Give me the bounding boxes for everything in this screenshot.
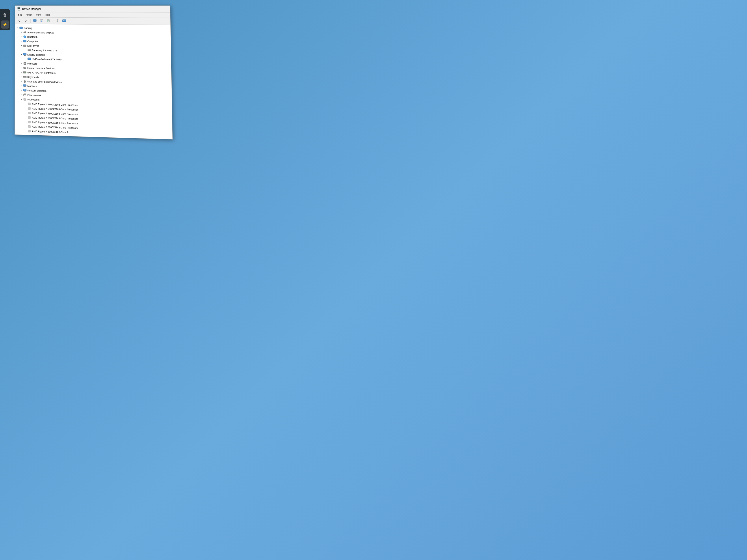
svg-text:PC: PC	[63, 20, 65, 21]
svg-rect-11	[63, 22, 65, 22]
label-processors: Processors	[27, 98, 40, 101]
svg-rect-57	[24, 86, 25, 87]
svg-rect-2	[34, 22, 36, 22]
svg-rect-29	[24, 55, 26, 56]
svg-rect-52	[25, 77, 25, 77]
label-cpu6: AMD Ryzen 7 5800X3D 8-Core Processor	[32, 125, 78, 129]
svg-rect-34	[24, 63, 25, 63]
icon-cpu6	[27, 125, 31, 129]
expand-keyboards[interactable]	[20, 75, 23, 79]
expand-disk-drives[interactable]	[20, 44, 23, 47]
menu-help[interactable]: Help	[43, 12, 52, 17]
icon-print	[23, 93, 27, 97]
label-samsung-ssd: Samsung SSD 980 1TB	[32, 49, 58, 52]
svg-rect-53	[25, 77, 26, 77]
expand-monitors[interactable]	[20, 84, 23, 87]
svg-point-8	[57, 20, 58, 21]
icon-cpu4	[27, 115, 31, 119]
icon-computer	[23, 39, 27, 43]
svg-rect-72	[29, 108, 30, 109]
svg-rect-35	[24, 63, 25, 64]
icon-nvidia	[27, 57, 31, 61]
update-button[interactable]	[45, 18, 51, 23]
svg-rect-41	[24, 72, 24, 73]
svg-rect-46	[24, 76, 24, 77]
svg-rect-25	[28, 49, 31, 50]
toolbar-sep-1	[30, 19, 30, 23]
svg-rect-36	[23, 67, 26, 69]
icon-cpu7	[27, 129, 31, 133]
svg-rect-19	[24, 42, 25, 42]
svg-rect-80	[29, 126, 30, 127]
menu-file[interactable]: File	[16, 12, 24, 17]
menu-bar: File Action View Help	[15, 12, 170, 18]
forward-button[interactable]	[23, 18, 29, 23]
icon-display-adaptors	[23, 53, 27, 57]
menu-action[interactable]: Action	[24, 12, 34, 17]
expand-mice[interactable]	[20, 80, 23, 83]
svg-rect-56	[23, 84, 26, 86]
label-cpu3: AMD Ryzen 7 5800X3D 8-Core Processor	[32, 112, 78, 116]
label-network: Network adapters	[27, 89, 47, 92]
icon-bluetooth	[23, 35, 27, 38]
expand-gaming[interactable]	[16, 26, 19, 29]
expand-network[interactable]	[20, 89, 23, 92]
icon-cpu3	[27, 111, 31, 115]
back-button[interactable]	[16, 18, 22, 23]
label-display-adaptors: Display adaptors	[27, 53, 45, 56]
properties-button[interactable]: ?	[38, 18, 45, 23]
expand-hid[interactable]	[20, 66, 23, 70]
svg-rect-43	[25, 72, 26, 73]
svg-rect-42	[25, 72, 25, 73]
label-cpu7: AMD Ryzen 7 5800X3D 8-Core P...	[32, 130, 70, 134]
expand-display-adaptors[interactable]	[20, 53, 23, 56]
icon-network	[23, 88, 27, 92]
content-area: Gaming Audio inputs and outputs Bluetoot…	[15, 24, 173, 139]
sidebar-icon-2[interactable]: ⚡	[1, 21, 9, 29]
toolbar-sep-2	[53, 19, 53, 23]
svg-rect-68	[24, 99, 25, 100]
svg-rect-47	[25, 76, 25, 77]
title-bar-text: Device Manager	[22, 7, 41, 10]
svg-rect-27	[23, 53, 26, 55]
label-cpu1: AMD Ryzen 7 5800X3D 8-Core Processor	[32, 103, 78, 107]
label-cpu2: AMD Ryzen 7 5800X3D 8-Core Processor	[32, 107, 78, 111]
svg-rect-58	[24, 87, 26, 87]
svg-rect-82	[29, 130, 30, 132]
icon-cpu2	[27, 107, 31, 110]
expand-ide[interactable]	[20, 71, 23, 74]
monitor-button[interactable]: PC	[61, 18, 67, 24]
expand-computer[interactable]	[20, 40, 23, 43]
expand-bluetooth[interactable]	[20, 35, 23, 38]
svg-rect-22	[23, 45, 26, 45]
svg-rect-74	[29, 112, 30, 114]
menu-view[interactable]: View	[34, 12, 43, 17]
svg-rect-10	[63, 22, 65, 22]
expand-firmware[interactable]	[20, 62, 23, 65]
svg-rect-45	[23, 76, 24, 77]
computer-view-button[interactable]	[32, 18, 38, 23]
icon-mice	[23, 79, 27, 83]
svg-rect-18	[23, 40, 26, 42]
settings-button[interactable]	[54, 18, 60, 24]
expand-processors[interactable]	[20, 98, 23, 101]
svg-rect-51	[24, 77, 24, 77]
label-mice: Mice and other pointing devices	[27, 80, 62, 83]
svg-rect-49	[26, 76, 26, 77]
expand-print[interactable]	[20, 93, 23, 96]
icon-hid	[23, 66, 27, 70]
svg-text:?: ?	[41, 20, 42, 22]
title-bar: 🖥️ Device Manager	[15, 6, 170, 12]
svg-rect-0	[33, 19, 36, 21]
icon-processors	[23, 97, 27, 101]
label-firmware: Firmware	[27, 62, 37, 65]
sidebar-icon-1[interactable]: 🗑	[1, 11, 9, 19]
svg-rect-70	[29, 103, 30, 105]
label-disk-drives: Disk drives	[27, 44, 39, 47]
label-bluetooth: Bluetooth	[27, 35, 37, 38]
svg-rect-14	[20, 29, 22, 29]
svg-rect-30	[28, 58, 31, 60]
toolbar: ? PC	[15, 18, 171, 25]
expand-audio[interactable]	[20, 31, 23, 34]
icon-cpu1	[27, 102, 31, 106]
